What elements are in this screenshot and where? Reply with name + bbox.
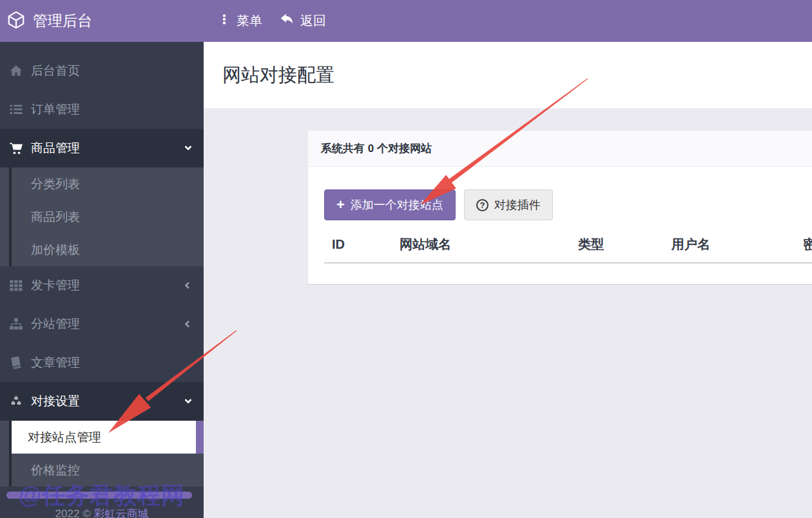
- panel-body: + 添加一个对接站点 ? 对接插件 ID: [308, 167, 812, 284]
- sidebar-subitem-markup-template[interactable]: 加价模板: [0, 233, 204, 266]
- page-title: 网站对接配置: [222, 62, 334, 88]
- sitemap-icon: [8, 317, 24, 331]
- home-icon: [8, 64, 24, 78]
- subitem-label: 分类列表: [31, 176, 80, 193]
- sidebar-item-label: 订单管理: [31, 101, 191, 118]
- sidebar-item-orders[interactable]: 订单管理: [0, 90, 204, 129]
- sidebar-subitem-price-monitor[interactable]: 价格监控: [0, 454, 204, 486]
- back-button[interactable]: 返回: [279, 12, 326, 30]
- content: 系统共有 0 个对接网站 + 添加一个对接站点 ? 对接插件: [204, 108, 812, 284]
- sidebar-subitem-categories[interactable]: 分类列表: [0, 168, 204, 200]
- sidebar-item-articles[interactable]: 文章管理: [0, 343, 204, 382]
- plugin-button-label: 对接插件: [494, 197, 541, 213]
- subitem-label: 商品列表: [31, 209, 80, 225]
- sidebar-item-label: 后台首页: [31, 62, 191, 79]
- page-header: 网站对接配置: [204, 42, 812, 108]
- cart-icon: [8, 141, 24, 155]
- cubes-icon: [8, 394, 24, 408]
- subitem-label: 加价模板: [31, 242, 80, 258]
- col-header-type: 类型: [570, 227, 664, 263]
- plus-icon: +: [336, 198, 345, 212]
- integration-panel: 系统共有 0 个对接网站 + 添加一个对接站点 ? 对接插件: [308, 131, 812, 284]
- chevron-left-icon: [184, 320, 191, 327]
- col-header-id: ID: [324, 227, 392, 263]
- sidebar-item-substations[interactable]: 分站管理: [0, 305, 204, 343]
- sidebar-subitem-product-list[interactable]: 商品列表: [0, 200, 204, 233]
- subitem-label: 对接站点管理: [28, 429, 101, 446]
- footer-brand-link[interactable]: 彩虹云商城: [93, 508, 148, 518]
- question-circle-icon: ?: [476, 199, 488, 211]
- sites-table: ID 网站域名 类型 用户名 密码: [324, 227, 812, 264]
- topbar: 管理后台 菜单 返回: [0, 0, 812, 42]
- chevron-down-icon: [184, 396, 191, 403]
- sidebar-item-products[interactable]: 商品管理: [0, 129, 204, 168]
- subitem-label: 价格监控: [31, 462, 80, 479]
- sidebar-nav: 后台首页 订单管理 商品管理: [0, 42, 204, 486]
- app-title: 管理后台: [33, 11, 92, 31]
- main-area: 网站对接配置 系统共有 0 个对接网站 + 添加一个对接站点 ? 对接插件: [204, 42, 812, 518]
- submenu-products-wrap: 分类列表 商品列表 加价模板: [0, 168, 204, 266]
- chevron-left-icon: [184, 282, 191, 289]
- submenu-integration: 对接站点管理 价格监控: [0, 421, 204, 486]
- col-header-password: 密码: [795, 227, 812, 263]
- menu-toggle-button[interactable]: 菜单: [218, 12, 262, 30]
- footer-year: 2022 ©: [55, 508, 91, 518]
- sidebar: 后台首页 订单管理 商品管理: [0, 42, 204, 518]
- grid-icon: [8, 278, 24, 293]
- menu-label: 菜单: [237, 12, 262, 30]
- topnav: 菜单 返回: [218, 12, 326, 30]
- cube-logo-icon: [6, 10, 26, 32]
- sidebar-subitem-integration-sites[interactable]: 对接站点管理: [12, 421, 204, 454]
- sidebar-footer: 2022 © 彩虹云商城: [0, 506, 204, 518]
- button-row: + 添加一个对接站点 ? 对接插件: [324, 189, 812, 220]
- add-site-button[interactable]: + 添加一个对接站点: [324, 189, 456, 220]
- sidebar-item-dashboard[interactable]: 后台首页: [0, 52, 204, 90]
- sidebar-item-label: 商品管理: [31, 140, 186, 157]
- panel-header: 系统共有 0 个对接网站: [308, 131, 812, 167]
- sidebar-item-label: 对接设置: [31, 393, 186, 410]
- sidebar-item-label: 发卡管理: [31, 277, 186, 294]
- back-label: 返回: [300, 12, 326, 30]
- chevron-down-icon: [184, 143, 191, 150]
- sidebar-item-integration[interactable]: 对接设置: [0, 382, 204, 421]
- sidebar-item-label: 文章管理: [31, 354, 191, 371]
- sidebar-item-cards[interactable]: 发卡管理: [0, 266, 204, 305]
- col-header-username: 用户名: [664, 227, 795, 263]
- reply-arrow-icon: [279, 12, 295, 30]
- sidebar-item-label: 分站管理: [31, 316, 186, 332]
- submenu-products: 分类列表 商品列表 加价模板: [0, 168, 204, 266]
- plugin-button[interactable]: ? 对接插件: [464, 189, 553, 220]
- col-header-domain: 网站域名: [392, 227, 570, 263]
- brand[interactable]: 管理后台: [0, 10, 204, 32]
- add-site-button-label: 添加一个对接站点: [351, 197, 443, 213]
- ellipsis-v-icon: [218, 12, 231, 30]
- submenu-integration-wrap: 对接站点管理 价格监控: [0, 421, 204, 486]
- table-header-row: ID 网站域名 类型 用户名 密码: [324, 227, 812, 263]
- book-icon: [8, 356, 24, 370]
- list-icon: [8, 102, 24, 117]
- watermark-bar: [6, 492, 192, 499]
